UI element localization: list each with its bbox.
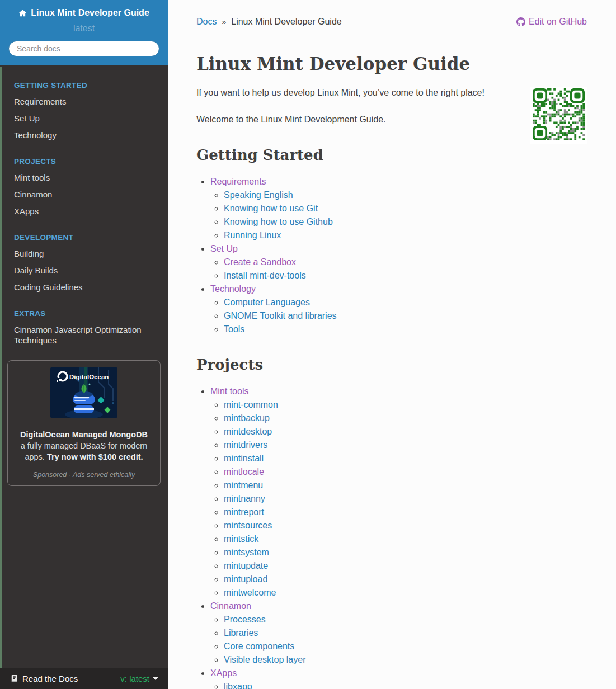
toc-link[interactable]: Libraries (224, 628, 258, 638)
book-icon (10, 674, 18, 683)
toc-link[interactable]: mintsystem (224, 548, 269, 557)
toc-subitem: mintsources (224, 519, 587, 532)
toc-subitem: GNOME Toolkit and libraries (224, 309, 587, 323)
toc-subitem: Computer Languages (224, 296, 587, 309)
toc-list: Mint toolsmint-commonmintbackupmintdeskt… (200, 385, 587, 689)
toc-sublist: Computer LanguagesGNOME Toolkit and libr… (210, 296, 587, 336)
sidebar-item-cinnamon[interactable]: Cinnamon (0, 186, 168, 203)
toc-link[interactable]: Knowing how to use Git (224, 204, 318, 213)
toc-subitem: mintdesktop (224, 425, 587, 438)
sidebar-item-daily-builds[interactable]: Daily Builds (0, 262, 168, 279)
toc-link[interactable]: mintmenu (224, 480, 263, 490)
toc-subitem: mintstick (224, 532, 587, 546)
toc-link[interactable]: Requirements (210, 177, 266, 186)
toc-link[interactable]: mintwelcome (224, 588, 276, 597)
toc-subitem: mintdrivers (224, 438, 587, 452)
toc-link[interactable]: mintinstall (224, 454, 264, 463)
toc-sublist: ProcessesLibrariesCore componentsVisible… (210, 613, 587, 667)
sidebar: Linux Mint Developer Guide latest GETTIN… (0, 0, 168, 689)
toc-subitem: mint-common (224, 398, 587, 412)
breadcrumb-divider (196, 39, 587, 39)
toc-subitem: mintupdate (224, 559, 587, 573)
toc-link[interactable]: mintdesktop (224, 427, 272, 436)
ad-text[interactable]: DigitalOcean Managed MongoDB a fully man… (13, 429, 154, 463)
version-label: latest (8, 23, 159, 34)
search-input[interactable] (8, 41, 159, 56)
nav-section-caption: GETTING STARTED (0, 81, 168, 89)
toc-link[interactable]: Processes (224, 615, 266, 624)
sidebar-scrollbar[interactable] (0, 67, 2, 668)
toc-link[interactable]: GNOME Toolkit and libraries (224, 311, 337, 320)
sidebar-item-technology[interactable]: Technology (0, 127, 168, 144)
sidebar-item-cinnamon-javascript-optimization-techniques[interactable]: Cinnamon Javascript Optimization Techniq… (0, 322, 168, 349)
toc-link[interactable]: mintstick (224, 534, 258, 544)
toc-link[interactable]: Cinnamon (210, 601, 251, 611)
toc-link[interactable]: Computer Languages (224, 298, 310, 307)
versions-flyout-bar[interactable]: Read the Docs v: latest (0, 668, 168, 689)
toc-link[interactable]: Mint tools (210, 386, 248, 396)
ad-sponsored-link[interactable]: Sponsored · Ads served ethically (13, 471, 154, 479)
sidebar-item-xapps[interactable]: XApps (0, 203, 168, 220)
toc-subitem: Running Linux (224, 229, 587, 242)
sidebar-item-building[interactable]: Building (0, 246, 168, 262)
toc-link[interactable]: mintdrivers (224, 440, 267, 450)
ad-text-bold2: Try now with $100 credit. (47, 452, 143, 461)
breadcrumb-separator: » (222, 17, 226, 26)
main-content: Docs»Linux Mint Developer Guide Edit on … (168, 0, 616, 689)
toc-link[interactable]: Technology (210, 284, 256, 294)
toc-link[interactable]: mintbackup (224, 413, 270, 423)
toc-subitem: mintreport (224, 506, 587, 519)
toc-item: XAppslibxapppython-xapp (210, 667, 587, 689)
caret-down-icon (153, 677, 158, 680)
toc-link[interactable]: mintlocale (224, 467, 264, 476)
toc-item: TechnologyComputer LanguagesGNOME Toolki… (210, 282, 587, 336)
svg-text:DigitalOcean: DigitalOcean (69, 374, 109, 380)
toc-link[interactable]: mintsources (224, 521, 272, 530)
digitalocean-ad-image[interactable]: DigitalOcean (50, 367, 117, 418)
toc-link[interactable]: Create a Sandbox (224, 257, 296, 267)
toc-subitem: Speaking English (224, 188, 587, 202)
section-heading: Projects (196, 356, 587, 373)
github-icon (516, 17, 525, 26)
project-home-link[interactable]: Linux Mint Developer Guide (18, 8, 149, 18)
toc-link[interactable]: mintupload (224, 574, 267, 584)
sidebar-item-requirements[interactable]: Requirements (0, 93, 168, 110)
toc-link[interactable]: Speaking English (224, 190, 293, 200)
current-version-label: v: latest (120, 674, 149, 683)
toc-link[interactable]: mintreport (224, 507, 264, 517)
breadcrumb: Docs»Linux Mint Developer Guide Edit on … (196, 17, 587, 27)
edit-on-github-link[interactable]: Edit on GitHub (516, 17, 587, 27)
project-title: Linux Mint Developer Guide (31, 8, 149, 18)
sponsor-ad-card[interactable]: DigitalOcean DigitalOcean Managed MongoD… (7, 360, 161, 486)
toc-link[interactable]: mintupdate (224, 561, 268, 570)
toc-link[interactable]: mintnanny (224, 494, 265, 503)
toc-subitem: Knowing how to use Git (224, 202, 587, 215)
toc-subitem: mintlocale (224, 465, 587, 479)
toc-link[interactable]: Running Linux (224, 230, 281, 240)
toc-link[interactable]: Visible desktop layer (224, 655, 305, 664)
toc-link[interactable]: Tools (224, 324, 244, 334)
toc-link[interactable]: Install mint-dev-tools (224, 271, 306, 280)
toc-link[interactable]: Knowing how to use Github (224, 217, 333, 226)
toc: Getting StartedRequirementsSpeaking Engl… (196, 147, 587, 689)
toc-link[interactable]: XApps (210, 668, 237, 678)
toc-subitem: mintinstall (224, 452, 587, 465)
toc-subitem: mintmenu (224, 479, 587, 492)
toc-subitem: mintupload (224, 573, 587, 586)
toc-sublist: mint-commonmintbackupmintdesktopmintdriv… (210, 398, 587, 600)
home-icon (18, 9, 27, 17)
sidebar-item-set-up[interactable]: Set Up (0, 110, 168, 127)
toc-link[interactable]: Core components (224, 641, 294, 651)
breadcrumb-docs-link[interactable]: Docs (196, 17, 217, 26)
sidebar-item-mint-tools[interactable]: Mint tools (0, 169, 168, 186)
nav-section-caption: DEVELOPMENT (0, 233, 168, 242)
toc-link[interactable]: libxapp (224, 682, 252, 689)
toc-subitem: mintwelcome (224, 586, 587, 600)
toc-item: Mint toolsmint-commonmintbackupmintdeskt… (210, 385, 587, 600)
toc-subitem: Create a Sandbox (224, 256, 587, 269)
toc-link[interactable]: mint-common (224, 400, 278, 409)
toc-link[interactable]: Set Up (210, 244, 238, 253)
toc-sublist: Create a SandboxInstall mint-dev-tools (210, 256, 587, 282)
sidebar-item-coding-guidelines[interactable]: Coding Guidelines (0, 279, 168, 296)
toc-subitem: mintnanny (224, 492, 587, 506)
